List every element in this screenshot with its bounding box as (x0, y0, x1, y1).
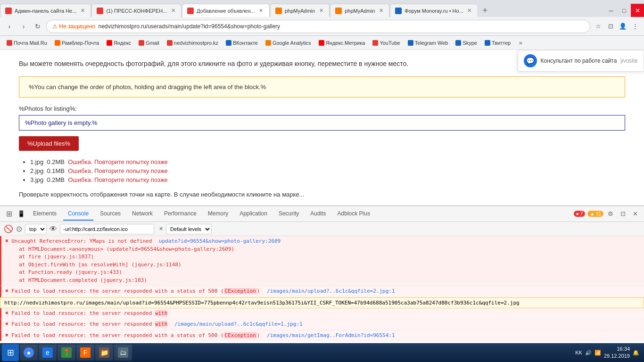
bookmark-vk[interactable]: ВКонтакте (223, 39, 261, 47)
tab-label-3: Добавление объявлен... (197, 8, 255, 14)
info-box-text: %You can change the order of photos, hol… (29, 83, 266, 90)
devtools-tab-application[interactable]: Application (235, 207, 272, 221)
consultant-widget[interactable]: 💬 Консультант по работе сайта jivosite (518, 50, 644, 72)
taskbar-network-icon[interactable]: 📶 (594, 350, 601, 356)
browser-tab-4[interactable]: phpMyAdmin ✕ (270, 4, 330, 17)
bookmarks-more[interactable]: » (515, 38, 526, 48)
forward-button[interactable]: › (18, 21, 29, 32)
file-error: Ошибка. Повторите попытку позже (68, 176, 168, 183)
tab-label-2: (1) ПРЕСС-КОНФЕРЕН... (106, 8, 167, 14)
devtools-tab-adblock[interactable]: Adblock Plus (333, 207, 375, 221)
devtools-settings-icon[interactable]: ⚙ (605, 209, 616, 219)
taskbar-item-2[interactable]: e (39, 345, 57, 361)
minimize-button[interactable]: ─ (604, 4, 618, 17)
bookmark-telegram[interactable]: Telegram Web (405, 39, 451, 47)
bookmark-favicon-yandex (107, 40, 112, 46)
bookmark-rambler[interactable]: Рамблер-Почта (52, 39, 102, 47)
back-button[interactable]: ‹ (4, 21, 15, 32)
bookmark-metrika[interactable]: Яндекс.Метрика (316, 39, 368, 47)
console-clear-button[interactable]: 🚫 (4, 224, 13, 233)
reload-button[interactable]: ↻ (32, 21, 43, 32)
tab-close-3[interactable]: ✕ (258, 8, 264, 14)
maximize-button[interactable]: □ (618, 4, 631, 17)
bookmark-youtube[interactable]: YouTube (370, 39, 403, 47)
tab-close-4[interactable]: ✕ (318, 8, 324, 14)
error-link-2[interactable]: /images/main/upload?..6c1c&qqfile=2.jpg:… (267, 288, 395, 294)
bookmark-ga[interactable]: Google Analytics (263, 39, 314, 47)
browser-tab-2[interactable]: (1) ПРЕСС-КОНФЕРЕН... ✕ (91, 4, 182, 17)
tab-close-1[interactable]: ✕ (79, 8, 86, 14)
console-level-select[interactable]: Default levels (166, 224, 212, 234)
bookmark-icon[interactable]: ☆ (593, 21, 603, 32)
browser-tab-3[interactable]: Добавление объявлен... ✕ (182, 4, 270, 17)
devtools-tab-console[interactable]: Console (63, 207, 93, 221)
bookmark-label-yandex: Яндекс (114, 40, 131, 46)
error-link-5[interactable]: /images/main/getImag..ForAdmin?id=96554:… (267, 332, 395, 338)
console-eye-icon[interactable]: 👁 (50, 225, 57, 233)
bookmark-label-skype: Skype (462, 40, 477, 46)
bookmark-yandex[interactable]: Яндекс (104, 39, 134, 47)
taskbar-item-6[interactable]: 🗂 (114, 345, 132, 361)
bookmark-twitter[interactable]: Твиттер (482, 39, 513, 47)
cast-icon[interactable]: ⊡ (605, 21, 616, 32)
close-button[interactable]: ✕ (631, 4, 644, 17)
taskbar-volume-icon[interactable]: 🔊 (585, 350, 592, 356)
console-row-4: ✖ Failed to load resource: the server re… (0, 319, 644, 330)
console-text-5: Failed to load resource: the server resp… (11, 332, 640, 340)
window-controls: ─ □ ✕ (604, 4, 644, 17)
bookmark-favicon-metrika (319, 40, 324, 46)
devtools-tab-security[interactable]: Security (274, 207, 304, 221)
browser-tab-1[interactable]: Админ-панель сайта Не... ✕ (0, 4, 91, 17)
devtools-tab-sources[interactable]: Sources (95, 207, 125, 221)
browser-tab-6[interactable]: Форум Monoray.ru • Но... ✕ (390, 4, 478, 17)
consultant-text: Консультант по работе сайта (541, 58, 617, 64)
devtools-tab-audits[interactable]: Audits (305, 207, 330, 221)
bookmark-gmail[interactable]: Gmail (136, 39, 162, 47)
taskbar-notification-icon[interactable]: 🔔 (633, 350, 639, 356)
console-text-2: Failed to load resource: the server resp… (11, 288, 640, 296)
devtools-dock-icon[interactable]: ⊡ (618, 209, 628, 219)
tab-bar: Админ-панель сайта Не... ✕ (1) ПРЕСС-КОН… (0, 0, 644, 17)
new-tab-button[interactable]: + (479, 4, 492, 17)
taskbar-item-3[interactable]: 📍 (58, 345, 75, 361)
console-row-3: ✖ Failed to load resource: the server re… (0, 308, 644, 320)
console-context-select[interactable]: top (25, 224, 47, 234)
profile-icon[interactable]: 👤 (618, 21, 628, 32)
menu-icon[interactable]: ⋮ (630, 21, 640, 32)
address-bar-row: ‹ › ↻ ⚠ Не защищено nedvizhimostpro.ru/u… (0, 17, 644, 36)
tab-favicon-5 (335, 8, 342, 14)
tab-close-2[interactable]: ✕ (170, 8, 176, 14)
tab-close-6[interactable]: ✕ (466, 8, 473, 14)
taskbar-item-5[interactable]: 📁 (95, 345, 113, 361)
bookmark-favicon-nedv (167, 40, 173, 46)
bookmark-skype[interactable]: Skype (453, 39, 480, 47)
devtools-tab-elements[interactable]: Elements (28, 207, 61, 221)
error-link-1[interactable]: update?id=96554&show=photo-gallery:2609 (159, 238, 281, 244)
bookmark-label-rambler: Рамблер-Почта (62, 40, 99, 46)
bookmark-mail[interactable]: Почта Mail.Ru (4, 39, 50, 47)
devtools-tab-network[interactable]: Network (127, 207, 157, 221)
console-toolbar: 🚫 ⊙ top 👁 ✕ Default levels (0, 222, 644, 236)
devtools-close-icon[interactable]: ✕ (630, 209, 640, 219)
upload-button[interactable]: %Upload files% (19, 136, 79, 151)
file-error: Ошибка. Повторите попытку позже (68, 158, 168, 165)
tab-close-5[interactable]: ✕ (378, 8, 384, 14)
devtools-tab-performance[interactable]: Performance (159, 207, 201, 221)
devtools-tab-memory[interactable]: Memory (203, 207, 233, 221)
bookmark-nedv[interactable]: nedvizhimostpro.kz (164, 39, 221, 47)
console-filter-input[interactable] (60, 224, 154, 234)
devtools-mobile-icon[interactable]: 📱 (16, 209, 26, 219)
chrome-icon: ● (24, 347, 34, 358)
error-icon-1: ✖ (5, 238, 8, 244)
start-button[interactable]: ⊞ (2, 344, 19, 361)
taskbar-item-4[interactable]: F (76, 345, 94, 361)
browser-tab-5[interactable]: phpMyAdmin ✕ (330, 4, 389, 17)
bookmark-favicon-gmail (139, 40, 144, 46)
devtools-toggle-icon[interactable]: ⊞ (4, 209, 14, 219)
console-filter-toggle[interactable]: ⊙ (16, 224, 22, 233)
taskbar: ⊞ ● e 📍 F 📁 🗂 KK 🔊 📶 16:34 29.12.2019 🔔 (0, 343, 644, 362)
taskbar-chrome[interactable]: ● (20, 345, 38, 361)
address-input[interactable]: ⚠ Не защищено nedvizhimostpro.ru/userads… (46, 20, 590, 33)
error-link-4[interactable]: /images/main/upload?..6c1c&qqfile=1.jpg:… (174, 321, 303, 327)
folder-icon: 📁 (99, 347, 109, 358)
